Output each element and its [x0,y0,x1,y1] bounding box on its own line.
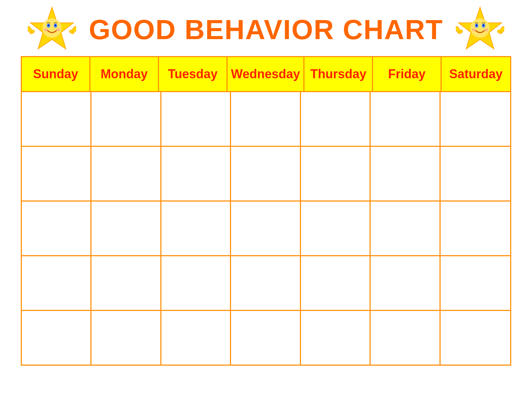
grid-row [22,202,510,256]
svg-point-1 [42,18,62,38]
grid-cell[interactable] [441,147,510,200]
grid-cell[interactable] [231,92,301,146]
svg-point-5 [55,25,56,26]
grid-cell[interactable] [22,147,91,200]
svg-point-4 [48,25,49,26]
svg-point-18 [472,28,476,31]
grid-cell[interactable] [371,92,440,146]
grid-cell[interactable] [231,202,301,255]
grid-cell[interactable] [301,202,371,255]
grid-row [22,147,510,202]
day-header-sunday: Sunday [22,57,90,91]
grid-cell[interactable] [441,92,510,146]
svg-point-6 [44,28,48,31]
grid-cell[interactable] [161,147,231,200]
day-header-wednesday: Wednesday [228,57,304,91]
grid-cell[interactable] [231,311,301,365]
grid-cell[interactable] [161,311,231,365]
grid-cell[interactable] [301,311,371,365]
grid-cell[interactable] [22,311,91,365]
svg-point-16 [476,25,477,26]
grid-cell[interactable] [301,256,371,310]
page-header: GOOD BEHAVIOR CHART [21,14,511,46]
svg-point-19 [484,28,488,31]
page-title: GOOD BEHAVIOR CHART [89,14,443,46]
grid-cell[interactable] [91,92,161,146]
grid-cell[interactable] [301,147,371,200]
grid-cell[interactable] [231,256,301,310]
day-header-monday: Monday [90,57,159,91]
grid-cell[interactable] [231,147,301,200]
grid-row [22,311,510,365]
days-header-row: SundayMondayTuesdayWednesdayThursdayFrid… [22,57,510,92]
grid-cell[interactable] [161,202,231,255]
grid-cell[interactable] [371,147,440,200]
grid-cell[interactable] [441,202,510,255]
grid-cell[interactable] [22,92,91,146]
grid-cell[interactable] [441,311,510,365]
svg-point-13 [470,18,490,38]
grid-cell[interactable] [161,92,231,146]
grid-cell[interactable] [441,256,510,310]
svg-point-7 [56,28,60,31]
star-left-icon [28,6,76,54]
grid-cell[interactable] [91,311,161,365]
day-header-friday: Friday [373,57,442,91]
day-header-saturday: Saturday [442,57,510,91]
svg-point-17 [483,25,484,26]
grid-cell[interactable] [91,202,161,255]
chart-grid [22,92,510,365]
behavior-chart: SundayMondayTuesdayWednesdayThursdayFrid… [21,56,511,366]
grid-cell[interactable] [22,202,91,255]
grid-cell[interactable] [22,256,91,310]
grid-cell[interactable] [371,202,440,255]
grid-cell[interactable] [91,147,161,200]
star-right-icon [456,6,504,54]
grid-cell[interactable] [91,256,161,310]
grid-cell[interactable] [371,311,440,365]
grid-cell[interactable] [161,256,231,310]
day-header-thursday: Thursday [304,57,373,91]
grid-cell[interactable] [301,92,371,146]
day-header-tuesday: Tuesday [159,57,228,91]
grid-cell[interactable] [371,256,440,310]
grid-row [22,92,510,147]
grid-row [22,256,510,311]
